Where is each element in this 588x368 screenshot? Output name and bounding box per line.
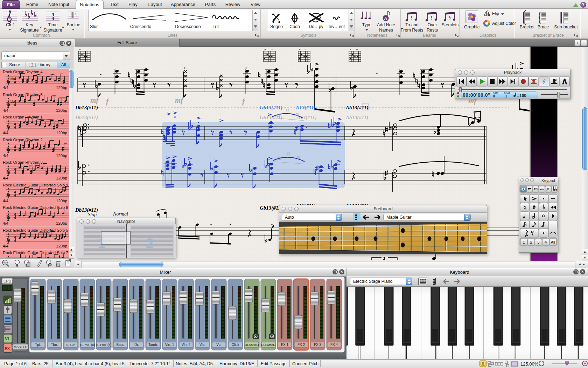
svg-text:3: 3 <box>537 240 539 244</box>
svg-text:1: 1 <box>523 240 525 244</box>
svg-text:Bass: Bass <box>116 343 124 347</box>
svg-text:×: × <box>350 48 351 51</box>
svg-text:Vla.: Vla. <box>200 343 205 347</box>
svg-text:All: All <box>551 240 555 244</box>
svg-text:4: 4 <box>14 148 16 152</box>
svg-text:mf: mf <box>90 96 99 104</box>
svg-text:FX 2: FX 2 <box>298 343 305 347</box>
svg-text:VI: VI <box>5 336 9 341</box>
svg-text:4: 4 <box>14 239 16 243</box>
svg-text:MASTER: MASTER <box>14 345 28 349</box>
svg-text:2: 2 <box>146 236 154 251</box>
svg-text:DLSMscD: DLSMscD <box>245 343 259 347</box>
svg-text:4: 4 <box>545 240 547 244</box>
svg-text:Click: Click <box>232 343 240 347</box>
svg-text:ο: ο <box>356 48 358 51</box>
svg-text:A: A <box>384 16 387 21</box>
svg-text:4: 4 <box>14 216 16 220</box>
svg-text:FX 1: FX 1 <box>281 343 289 347</box>
svg-text:×: × <box>79 48 81 51</box>
svg-text:Tpt.: Tpt. <box>35 343 41 347</box>
svg-text:Slap: Slap <box>88 212 97 217</box>
svg-text:DLSMscD: DLSMscD <box>261 343 275 347</box>
svg-text:120bp: 120bp <box>56 221 67 225</box>
svg-text:4/4: 4/4 <box>3 199 9 203</box>
svg-text:4: 4 <box>14 103 16 107</box>
svg-text:4: 4 <box>51 16 54 21</box>
svg-text:Ab13(#11): Ab13(#11) <box>345 115 368 121</box>
svg-text:=100: =100 <box>517 93 526 98</box>
svg-text:Tbn.: Tbn. <box>51 343 58 347</box>
svg-text:CPU: CPU <box>4 279 11 283</box>
svg-text:Rock Electric Guitar Distorted: Rock Electric Guitar Distorted Solo 7 <box>3 251 68 255</box>
svg-text:ο: ο <box>271 48 273 51</box>
svg-text:×: × <box>299 48 301 51</box>
svg-text:Tamb.: Tamb. <box>148 343 158 347</box>
svg-text:Db13(#11): Db13(#11) <box>75 115 98 121</box>
svg-text:bb: bb <box>10 100 14 103</box>
svg-text:4/4: 4/4 <box>3 221 9 225</box>
svg-text:4: 4 <box>14 171 16 175</box>
svg-text:120bp: 120bp <box>56 131 67 135</box>
svg-text:Rock Electric Guitar Distorted: Rock Electric Guitar Distorted Solo 8 <box>3 205 68 210</box>
svg-text:×: × <box>264 48 266 51</box>
svg-text:f: f <box>242 97 245 105</box>
svg-text:2: 2 <box>530 240 532 244</box>
svg-text:Gb13(#11): Gb13(#11) <box>260 115 282 121</box>
svg-text:4/4: 4/4 <box>3 154 9 158</box>
svg-text:Vc.: Vc. <box>216 343 221 347</box>
svg-text:FX: FX <box>5 346 10 351</box>
svg-text:E. Pno. (b): E. Pno. (b) <box>96 343 111 347</box>
svg-text:E. Gtr.: E. Gtr. <box>66 343 76 347</box>
svg-text:Rock Organ Rhythm 2: Rock Organ Rhythm 2 <box>3 138 43 142</box>
svg-text:120bp: 120bp <box>56 108 67 113</box>
svg-text:mf: mf <box>175 96 184 104</box>
svg-text:f: f <box>106 97 109 105</box>
svg-text:FX 3: FX 3 <box>314 343 322 347</box>
svg-text:Vln. 1: Vln. 1 <box>165 343 174 347</box>
svg-text:A13(#11): A13(#11) <box>296 115 317 121</box>
svg-text:120bp: 120bp <box>56 154 67 158</box>
svg-text:4: 4 <box>14 125 16 129</box>
svg-text:120bp: 120bp <box>56 199 67 203</box>
svg-text:Dr.: Dr. <box>134 343 139 347</box>
svg-text:4: 4 <box>14 193 16 197</box>
svg-text:ο: ο <box>86 48 88 51</box>
svg-text:Vln. 2: Vln. 2 <box>182 343 191 347</box>
svg-text:Rock Electric Guitar Distorted: Rock Electric Guitar Distorted Solo 9 <box>3 183 68 187</box>
svg-text:4: 4 <box>14 80 16 84</box>
svg-text:120bp: 120bp <box>56 176 67 180</box>
svg-text:E. Pno. (a): E. Pno. (a) <box>80 343 95 347</box>
svg-text:FX 4: FX 4 <box>330 343 338 347</box>
svg-text:Rock Electric Guitar Distorted: Rock Electric Guitar Distorted Solo 5 <box>3 228 68 232</box>
svg-text:Rock Organ Rhythm 1: Rock Organ Rhythm 1 <box>3 115 43 119</box>
svg-text:4/4: 4/4 <box>3 108 9 113</box>
svg-text:4/4: 4/4 <box>3 244 9 248</box>
svg-text:ο: ο <box>306 48 307 51</box>
svg-text:♯: ♯ <box>75 12 76 16</box>
svg-text:4/4: 4/4 <box>3 131 9 135</box>
svg-text:bb: bb <box>10 77 14 81</box>
svg-text:4/4: 4/4 <box>3 176 9 180</box>
svg-text:Rock Organ Rhythm 5: Rock Organ Rhythm 5 <box>3 93 43 97</box>
svg-text:Rock Organ Rhythm 3: Rock Organ Rhythm 3 <box>3 160 43 164</box>
svg-text:120bp: 120bp <box>56 244 67 248</box>
svg-text:3: 3 <box>383 255 385 261</box>
svg-text:Normal: Normal <box>113 211 128 217</box>
svg-text:Db13(#11): Db13(#11) <box>75 105 98 111</box>
svg-text:120bp: 120bp <box>56 86 67 90</box>
svg-text:4/4: 4/4 <box>3 86 9 90</box>
